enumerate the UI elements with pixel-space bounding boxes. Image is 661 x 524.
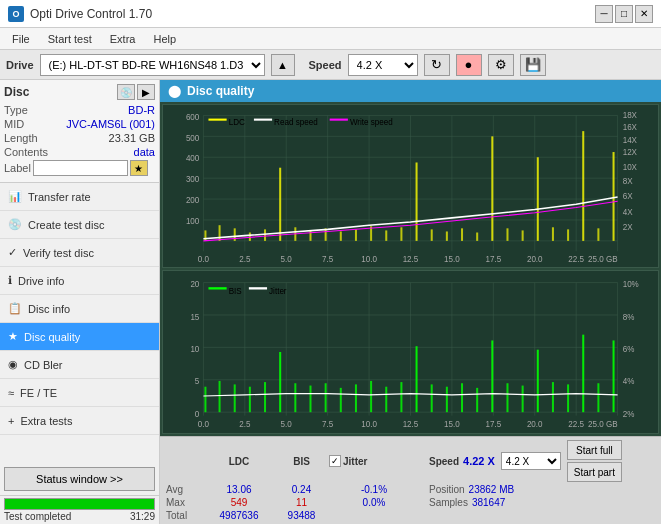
- svg-rect-142: [522, 386, 524, 413]
- svg-rect-117: [208, 287, 226, 289]
- status-window-button[interactable]: Status window >>: [4, 467, 155, 491]
- menu-help[interactable]: Help: [145, 31, 184, 47]
- svg-text:12X: 12X: [623, 148, 638, 157]
- disc-icon-2[interactable]: ▶: [137, 84, 155, 100]
- svg-rect-130: [340, 388, 342, 412]
- svg-rect-148: [613, 340, 615, 412]
- progress-area: Test completed 31:29: [0, 495, 159, 524]
- total-ldc-val: 4987636: [204, 510, 274, 521]
- svg-text:25.0 GB: 25.0 GB: [588, 255, 618, 264]
- nav-transfer-rate[interactable]: 📊 Transfer rate: [0, 183, 159, 211]
- burn-button[interactable]: ●: [456, 54, 482, 76]
- fe-te-icon: ≈: [8, 387, 14, 399]
- nav-verify-test-disc[interactable]: ✓ Verify test disc: [0, 239, 159, 267]
- nav-fe-te[interactable]: ≈ FE / TE: [0, 379, 159, 407]
- avg-label: Avg: [166, 484, 204, 495]
- svg-text:2.5: 2.5: [239, 419, 250, 430]
- svg-rect-66: [431, 229, 433, 240]
- refresh-button[interactable]: ↻: [424, 54, 450, 76]
- settings-button[interactable]: ⚙: [488, 54, 514, 76]
- svg-text:5.0: 5.0: [281, 255, 293, 264]
- svg-text:10.0: 10.0: [361, 419, 377, 430]
- svg-text:100: 100: [186, 217, 200, 226]
- svg-rect-65: [416, 162, 418, 240]
- label-apply-button[interactable]: ★: [130, 160, 148, 176]
- start-full-button[interactable]: Start full: [567, 440, 622, 460]
- jitter-col-header: Jitter: [343, 456, 367, 467]
- eject-button[interactable]: ▲: [271, 54, 295, 76]
- stats-bar: LDC BIS ✓ Jitter Speed 4.22 X 4.2 X Star…: [160, 436, 661, 524]
- menu-start-test[interactable]: Start test: [40, 31, 100, 47]
- svg-rect-49: [330, 119, 348, 121]
- svg-text:2X: 2X: [623, 223, 633, 232]
- svg-text:15: 15: [190, 311, 199, 322]
- svg-text:22.5: 22.5: [568, 255, 584, 264]
- mid-label: MID: [4, 118, 24, 130]
- svg-text:LDC: LDC: [229, 118, 245, 127]
- label-label: Label: [4, 162, 31, 174]
- svg-text:10X: 10X: [623, 163, 638, 172]
- svg-rect-127: [294, 383, 296, 412]
- disc-quality-label: Disc quality: [24, 331, 80, 343]
- nav-disc-quality[interactable]: ★ Disc quality: [0, 323, 159, 351]
- start-part-button[interactable]: Start part: [567, 462, 622, 482]
- label-input[interactable]: [33, 160, 128, 176]
- maximize-button[interactable]: □: [615, 5, 633, 23]
- progress-bar-inner: [5, 499, 154, 509]
- speed-col-header: Speed: [429, 456, 459, 467]
- close-button[interactable]: ✕: [635, 5, 653, 23]
- drive-select[interactable]: (E:) HL-DT-ST BD-RE WH16NS48 1.D3: [40, 54, 265, 76]
- menu-extra[interactable]: Extra: [102, 31, 144, 47]
- svg-text:17.5: 17.5: [485, 419, 501, 430]
- svg-rect-75: [567, 229, 569, 240]
- drive-bar: Drive (E:) HL-DT-ST BD-RE WH16NS48 1.D3 …: [0, 50, 661, 80]
- svg-text:6X: 6X: [623, 192, 633, 201]
- nav-disc-info[interactable]: 📋 Disc info: [0, 295, 159, 323]
- svg-text:BIS: BIS: [229, 286, 242, 297]
- svg-text:12.5: 12.5: [403, 419, 419, 430]
- svg-rect-136: [431, 384, 433, 412]
- samples-val: 381647: [472, 497, 505, 508]
- minimize-button[interactable]: ─: [595, 5, 613, 23]
- nav-create-test-disc[interactable]: 💿 Create test disc: [0, 211, 159, 239]
- transfer-rate-icon: 📊: [8, 190, 22, 203]
- verify-test-disc-label: Verify test disc: [23, 247, 94, 259]
- svg-rect-145: [567, 384, 569, 412]
- svg-text:18X: 18X: [623, 110, 638, 119]
- disc-quality-icon: ★: [8, 330, 18, 343]
- nav-drive-info[interactable]: ℹ Drive info: [0, 267, 159, 295]
- contents-label: Contents: [4, 146, 48, 158]
- svg-text:7.5: 7.5: [322, 255, 334, 264]
- speed-select-stats[interactable]: 4.2 X: [501, 452, 561, 470]
- disc-label: Disc: [4, 85, 29, 99]
- svg-rect-129: [325, 383, 327, 412]
- svg-rect-144: [552, 382, 554, 412]
- svg-text:0.0: 0.0: [198, 419, 209, 430]
- nav-extra-tests[interactable]: + Extra tests: [0, 407, 159, 435]
- svg-rect-77: [597, 228, 599, 241]
- speed-select[interactable]: 4.2 X: [348, 54, 418, 76]
- svg-rect-76: [582, 131, 584, 241]
- menu-file[interactable]: File: [4, 31, 38, 47]
- svg-rect-47: [254, 119, 272, 121]
- max-jitter-val: 0.0%: [329, 497, 419, 508]
- total-bis-val: 93488: [274, 510, 329, 521]
- save-button[interactable]: 💾: [520, 54, 546, 76]
- disc-info-label: Disc info: [28, 303, 70, 315]
- drive-info-label: Drive info: [18, 275, 64, 287]
- svg-rect-74: [552, 227, 554, 241]
- nav-cd-bler[interactable]: ◉ CD Bler: [0, 351, 159, 379]
- fe-te-label: FE / TE: [20, 387, 57, 399]
- stats-max-row: Max 549 11 0.0% Samples 381647: [166, 497, 655, 508]
- window-controls: ─ □ ✕: [595, 5, 653, 23]
- jitter-checkbox[interactable]: ✓: [329, 455, 341, 467]
- svg-text:7.5: 7.5: [322, 419, 333, 430]
- ldc-col-header: LDC: [204, 456, 274, 467]
- svg-text:14X: 14X: [623, 136, 638, 145]
- disc-icon-1[interactable]: 💿: [117, 84, 135, 100]
- extra-tests-icon: +: [8, 415, 14, 427]
- time-text: 31:29: [130, 511, 155, 522]
- chart-ldc-svg: 600 500 400 300 200 100 18X 16X 14X 12X …: [163, 105, 658, 267]
- svg-rect-71: [506, 228, 508, 241]
- svg-rect-141: [506, 383, 508, 412]
